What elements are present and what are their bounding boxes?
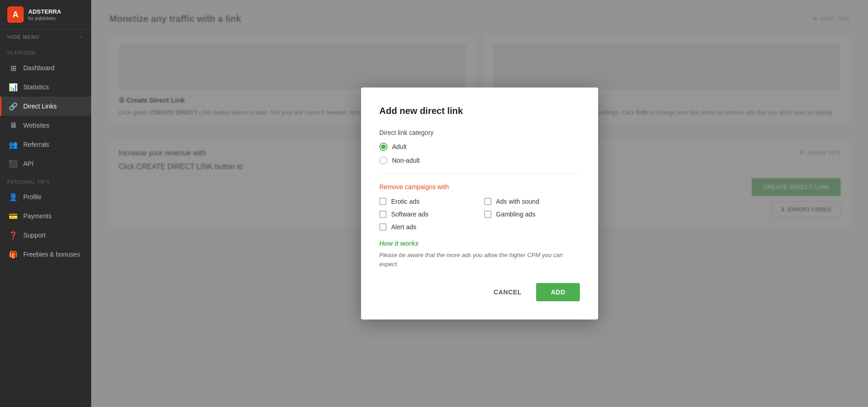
radio-adult[interactable]: Adult: [379, 143, 580, 151]
checkbox-box-ads-sound: [484, 198, 491, 205]
sidebar-label-direct-links: Direct Links: [23, 103, 57, 110]
how-it-works-text: Please be aware that the more ads you al…: [379, 251, 580, 268]
remove-text: Remove: [379, 183, 403, 191]
sidebar-item-statistics[interactable]: 📊 Statistics: [0, 77, 91, 97]
checkbox-box-alert: [379, 223, 387, 231]
sidebar-label-api: API: [23, 160, 34, 167]
checkbox-software[interactable]: Software ads: [379, 211, 475, 218]
sidebar-item-api[interactable]: ⬛ API: [0, 154, 91, 173]
modal-overlay: Add new direct link Direct link category…: [91, 0, 868, 407]
sidebar-label-support: Support: [23, 232, 46, 239]
checkbox-box-software: [379, 211, 387, 218]
sidebar-label-payments: Payments: [23, 212, 52, 220]
radio-non-adult[interactable]: Non-adult: [379, 156, 580, 165]
checkbox-label-ads-sound: Ads with sound: [496, 198, 539, 205]
sidebar-item-dashboard[interactable]: ⊞ Dashboard: [0, 58, 91, 77]
category-radio-group: Adult Non-adult: [379, 143, 580, 165]
sidebar-icon-dashboard: ⊞: [9, 63, 18, 72]
sidebar-item-profile[interactable]: 👤 Profile: [0, 187, 91, 206]
sidebar-label-websites: Websites: [23, 122, 49, 129]
sidebar-icon-api: ⬛: [9, 159, 18, 168]
sidebar-icon-direct-links: 🔗: [9, 102, 18, 111]
how-it-works-label: How it works: [379, 240, 580, 247]
sidebar-item-referrals[interactable]: 👥 Referrals: [0, 135, 91, 154]
sidebar-section-label-0: PLATFORM: [0, 44, 91, 58]
sidebar-item-freebies[interactable]: 🎁 Freebies & bonuses: [0, 245, 91, 264]
checkbox-grid: Erotic ads Ads with sound Software ads G…: [379, 198, 580, 231]
checkbox-box-gambling: [484, 211, 491, 218]
add-button[interactable]: ADD: [536, 283, 580, 301]
logo-text: ADSTERRA for publishers: [28, 8, 61, 21]
sidebar-item-support[interactable]: ❓ Support: [0, 226, 91, 245]
logo-icon: A: [7, 6, 24, 23]
divider-1: [379, 174, 580, 174]
sidebar-icon-profile: 👤: [9, 192, 18, 201]
radio-label-adult: Adult: [392, 143, 407, 150]
modal-dialog: Add new direct link Direct link category…: [361, 88, 598, 319]
sidebar-item-websites[interactable]: 🖥 Websites: [0, 116, 91, 135]
checkbox-alert[interactable]: Alert ads: [379, 223, 475, 231]
checkbox-label-erotic: Erotic ads: [391, 198, 419, 205]
sidebar-label-referrals: Referrals: [23, 141, 49, 148]
sidebar-label-statistics: Statistics: [23, 83, 49, 91]
logo-area: A ADSTERRA for publishers: [0, 0, 91, 30]
hide-menu-toggle[interactable]: HIDE MENU ←: [0, 30, 91, 44]
cancel-button[interactable]: CANCEL: [485, 283, 531, 301]
checkbox-gambling[interactable]: Gambling ads: [484, 211, 580, 218]
sidebar-icon-payments: 💳: [9, 211, 18, 221]
sidebar-label-profile: Profile: [23, 193, 41, 201]
category-label: Direct link category: [379, 129, 580, 136]
sidebar-item-direct-links[interactable]: 🔗 Direct Links: [0, 97, 91, 116]
checkbox-label-software: Software ads: [391, 211, 429, 218]
checkbox-box-erotic: [379, 198, 387, 205]
sidebar-icon-referrals: 👥: [9, 140, 18, 149]
checkbox-label-gambling: Gambling ads: [496, 211, 535, 218]
checkbox-ads-sound[interactable]: Ads with sound: [484, 198, 580, 205]
sidebar-icon-support: ❓: [9, 231, 18, 240]
sidebar-icon-freebies: 🎁: [9, 250, 18, 259]
sidebar-icon-websites: 🖥: [9, 121, 18, 130]
remove-campaigns-label: Remove campaigns with: [379, 183, 580, 191]
radio-label-non-adult: Non-adult: [392, 157, 420, 164]
radio-circle-non-adult: [379, 156, 388, 165]
sidebar-label-dashboard: Dashboard: [23, 64, 55, 72]
checkbox-label-alert: Alert ads: [391, 223, 416, 231]
sidebar-section-label-1: PERSONAL INFO: [0, 173, 91, 187]
sidebar-label-freebies: Freebies & bonuses: [23, 251, 80, 258]
sidebar-item-payments[interactable]: 💳 Payments: [0, 206, 91, 226]
checkbox-erotic[interactable]: Erotic ads: [379, 198, 475, 205]
sidebar: A ADSTERRA for publishers HIDE MENU ← PL…: [0, 0, 91, 407]
modal-title: Add new direct link: [379, 106, 580, 116]
main-content: Monetize any traffic with a link 👁 HIDE …: [91, 0, 868, 407]
sidebar-icon-statistics: 📊: [9, 82, 18, 92]
modal-actions: CANCEL ADD: [379, 283, 580, 301]
radio-circle-adult: [379, 143, 388, 151]
